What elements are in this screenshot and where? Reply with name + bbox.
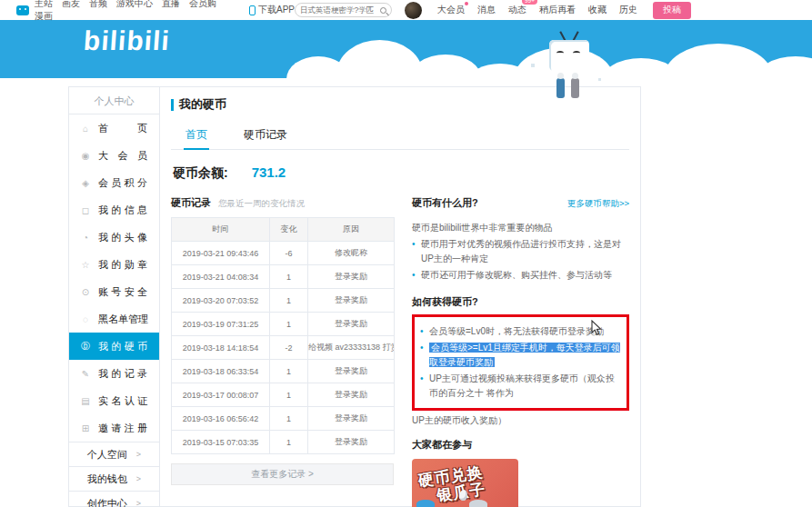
records-column: 硬币记录 您最近一周的变化情况 时间变化原因 2019-03-21 09:43:… (171, 196, 394, 507)
table-row: 2019-03-20 07:03:521登录奖励 (172, 289, 395, 313)
table-row: 2019-03-18 14:18:54-2给视频 av23333138 打赏 (172, 336, 395, 360)
sidebar-item-label: 大会员 (98, 149, 147, 163)
table-row: 2019-03-15 07:03:351登录奖励 (172, 431, 395, 454)
sidebar-item-icon: ⓑ (80, 340, 91, 353)
coin-balance: 硬币余额: 731.2 (173, 164, 629, 182)
table-cell: -6 (270, 242, 308, 265)
table-column-header: 时间 (172, 218, 270, 242)
table-cell: 1 (270, 407, 308, 431)
view-more-records-button[interactable]: 查看更多记录 > (171, 463, 394, 485)
table-cell: 1 (270, 265, 308, 289)
sidebar-item-entry[interactable]: ◉大会员 (69, 142, 159, 169)
sidebar-item-entry[interactable]: ⌂首页 (69, 114, 159, 142)
mascot-eye (573, 51, 580, 55)
records-subtitle: 您最近一周的变化情况 (218, 198, 305, 210)
top-nav-item[interactable]: 会员购 (189, 0, 216, 8)
sidebar-item-label: 黑名单管理 (98, 313, 147, 326)
sidebar-item-label: 首页 (98, 122, 147, 135)
download-app-link[interactable]: 下载APP (249, 4, 295, 16)
top-nav-right-item[interactable]: 历史 (619, 4, 637, 16)
search-icon[interactable] (380, 7, 386, 14)
user-avatar[interactable] (405, 2, 422, 19)
sidebar-link-label: 创作中心 (87, 497, 127, 507)
sidebar-link[interactable]: 个人空间> (69, 442, 159, 466)
sidebar-item-entry[interactable]: ◻我的信息 (69, 196, 159, 224)
top-nav-right-item[interactable]: 收藏 (588, 4, 606, 16)
sidebar-link[interactable]: 创作中心> (69, 491, 159, 507)
top-nav-item[interactable]: 画友 (62, 0, 80, 8)
table-row: 2019-03-21 09:43:46-6修改昵称 (172, 242, 395, 265)
table-cell: 修改昵称 (308, 242, 395, 265)
table-column-header: 原因 (308, 218, 395, 242)
tab-首页[interactable]: 首页 (184, 122, 209, 149)
records-caption: 硬币记录 您最近一周的变化情况 (171, 196, 394, 210)
usage-title: 硬币有什么用? (412, 196, 478, 210)
sidebar-item-label: 账号安全 (98, 285, 147, 299)
table-cell: 登录奖励 (308, 383, 395, 407)
tv-mascot (542, 25, 596, 107)
sidebar-item-entry[interactable]: ☆我的勋章 (69, 251, 159, 278)
top-nav-left: 主站画友音频游戏中心直播会员购漫画 (35, 0, 244, 23)
sidebar: 个人中心 ⌂首页◉大会员◈会员积分◻我的信息◔我的头像☆我的勋章⊙账号安全◌黑名… (69, 87, 160, 506)
table-cell: 2019-03-21 04:08:34 (172, 265, 270, 289)
table-cell: 1 (270, 289, 308, 313)
top-nav-right-item[interactable]: 稍后再看 (539, 4, 576, 16)
tab-bar: 首页硬币记录 (171, 122, 629, 150)
mascot-hanging-figure (571, 78, 579, 98)
phone-icon (249, 5, 256, 15)
sidebar-link[interactable]: 我的钱包> (69, 466, 159, 491)
sidebar-item-active[interactable]: ⓑ我的硬币 (69, 333, 159, 360)
sidebar-item-entry[interactable]: ⊞邀请注册 (69, 414, 159, 442)
bilibili-tv-icon[interactable] (16, 5, 29, 15)
sidebar-item-entry[interactable]: ◌黑名单管理 (69, 305, 159, 333)
sidebar-item-entry[interactable]: ▤实名认证 (69, 387, 159, 414)
bilibili-banner: bilibili (0, 20, 812, 78)
coin-records-table: 时间变化原因 2019-03-21 09:43:46-6修改昵称2019-03-… (171, 217, 395, 454)
top-nav-item[interactable]: 游戏中心 (116, 0, 153, 8)
search-box[interactable] (295, 3, 392, 17)
records-title: 硬币记录 (171, 196, 211, 210)
earn-bullet: 会员等级>=Lv1且绑定手机时，每天登录后可领取登录硬币奖励 (420, 341, 622, 370)
title-accent-bar (171, 99, 174, 111)
sidebar-item-entry[interactable]: ✎我的记录 (69, 360, 159, 387)
top-nav-item[interactable]: 音频 (89, 0, 107, 8)
notification-badge: 99+ (522, 0, 537, 5)
sidebar-item-entry[interactable]: ⊙账号安全 (69, 278, 159, 305)
top-nav-right-item[interactable]: 消息 (477, 4, 496, 16)
page-title-text: 我的硬币 (179, 96, 226, 113)
top-nav-item[interactable]: 漫画 (35, 11, 53, 21)
search-input[interactable] (300, 5, 376, 15)
chibi-character-blue (416, 502, 436, 507)
sidebar-item-entry[interactable]: ◈会员积分 (69, 169, 159, 196)
sidebar-item-icon: ▤ (80, 396, 91, 406)
table-row: 2019-03-17 00:08:071登录奖励 (172, 383, 395, 407)
table-cell: 2019-03-16 06:56:42 (172, 407, 270, 431)
table-cell: 2019-03-19 07:31:25 (172, 313, 270, 336)
bilibili-logo[interactable]: bilibili (83, 25, 171, 56)
table-cell: 2019-03-21 09:43:46 (172, 242, 270, 265)
top-nav-right-item[interactable]: 大会员 (437, 4, 465, 16)
sidebar-item-label: 实名认证 (98, 394, 147, 408)
top-nav-right-item[interactable]: 动态99+ (508, 4, 526, 16)
table-row: 2019-03-18 06:33:541登录奖励 (172, 360, 395, 383)
coin-exchange-promo-banner[interactable]: 硬币兑换 银瓜子 (412, 459, 518, 507)
submit-video-button[interactable]: 投稿 (653, 2, 691, 19)
mouse-cursor (590, 320, 603, 336)
notification-dot-icon (465, 2, 468, 5)
more-coin-help-link[interactable]: 更多硬币帮助>> (567, 198, 629, 210)
info-column: 硬币有什么用? 更多硬币帮助>> 硬币是bilibili世界中非常重要的物品 硬… (412, 196, 629, 507)
tab-硬币记录[interactable]: 硬币记录 (242, 122, 289, 149)
table-cell: 2019-03-15 07:03:35 (172, 431, 270, 454)
table-cell: -2 (270, 336, 308, 360)
sidebar-links: 个人空间>我的钱包>创作中心> (69, 442, 159, 507)
table-cell: 登录奖励 (308, 360, 395, 383)
table-cell: 1 (270, 383, 308, 407)
main-content: 我的硬币 首页硬币记录 硬币余额: 731.2 硬币记录 您最近一周的变化情况 … (160, 87, 640, 506)
sidebar-item-entry[interactable]: ◔我的头像 (69, 224, 159, 251)
sidebar-item-icon: ◻ (80, 205, 91, 215)
top-nav-item[interactable]: 主站 (35, 0, 53, 8)
top-navbar: 主站画友音频游戏中心直播会员购漫画 下载APP 大会员消息动态99+稍后再看收藏… (0, 0, 812, 20)
participate-title: 大家都在参与 (412, 438, 629, 452)
top-nav-item[interactable]: 直播 (162, 0, 180, 8)
sidebar-item-icon: ⌂ (80, 124, 91, 134)
